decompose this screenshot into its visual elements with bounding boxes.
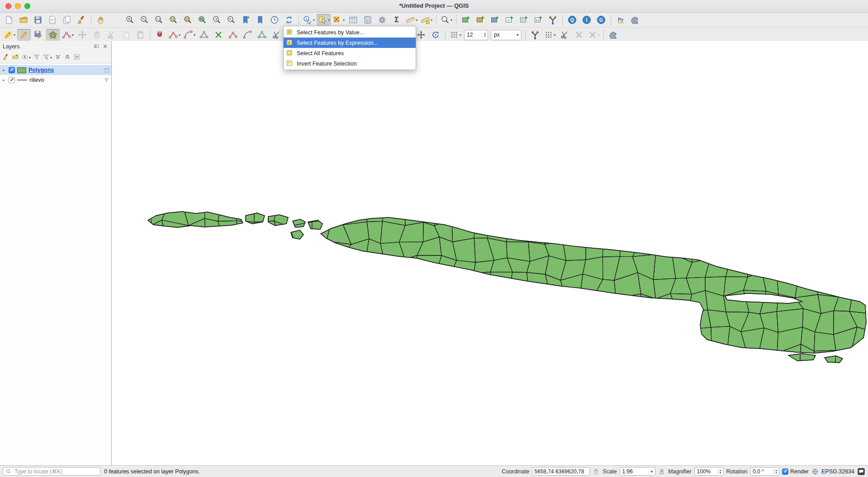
map-canvas[interactable]	[112, 41, 868, 465]
field-calculator-button[interactable]	[361, 14, 375, 26]
select-features-button[interactable]: ▾	[317, 14, 331, 26]
add-group-button[interactable]	[11, 53, 19, 62]
annotation-marker-dropdown-arrow[interactable]: ▾	[460, 33, 461, 37]
current-edits-button[interactable]: ▾	[2, 29, 16, 41]
sum-line-lengths-button[interactable]: ▾	[419, 14, 433, 26]
vertex-tool-button[interactable]: ▾	[61, 29, 75, 41]
statistical-summary-button[interactable]: Σ	[390, 14, 403, 26]
style-manager-button[interactable]	[75, 14, 88, 26]
messages-log-icon[interactable]	[857, 468, 865, 476]
stroke-unit-dropdown-arrow[interactable]: ▾	[514, 33, 521, 37]
extents-mouse-icon[interactable]	[593, 468, 600, 475]
trace-digitizing-button[interactable]	[241, 29, 254, 41]
stream-digitizing-button[interactable]	[528, 29, 542, 41]
layer-item-rilievo[interactable]: ▸rilievo	[0, 75, 111, 85]
show-bookmarks-button[interactable]	[253, 14, 267, 26]
zoom-out-button[interactable]	[138, 14, 151, 26]
scale-dropdown-arrow[interactable]: ▾	[648, 469, 655, 474]
float-panel-button[interactable]	[93, 43, 100, 50]
menu-item-3[interactable]: Invert Feature Selection	[284, 58, 416, 69]
python-console-button[interactable]: Py	[614, 14, 627, 26]
pan-map-button[interactable]	[94, 14, 108, 26]
identify-features-button[interactable]: i▾	[302, 14, 316, 26]
magnifier-spin-arrows[interactable]: ▲▼	[717, 469, 723, 474]
coordinate-input[interactable]	[532, 467, 590, 476]
scale-combo[interactable]: 1:96 ▾	[620, 467, 656, 476]
new-geopackage-layer-button[interactable]	[459, 14, 473, 26]
move-feature-copy-button[interactable]	[414, 29, 428, 41]
temporal-controller-button[interactable]	[268, 14, 281, 26]
vector-toolbox-button[interactable]	[546, 14, 560, 26]
manage-map-themes-dropdown-arrow[interactable]: ▾	[29, 56, 31, 60]
remove-layer-button[interactable]	[73, 53, 81, 62]
zoom-in-button[interactable]	[123, 14, 137, 26]
zoom-last-button[interactable]	[210, 14, 223, 26]
menu-item-1[interactable]: εSelect Features by Expression...	[284, 38, 416, 48]
zoom-to-selection-button[interactable]	[181, 14, 194, 26]
trim-extend-button[interactable]	[558, 29, 571, 41]
new-virtual-layer-button[interactable]: V	[503, 14, 516, 26]
reshape-features-button[interactable]	[255, 29, 269, 41]
map-render[interactable]	[112, 41, 868, 465]
save-project-button[interactable]	[31, 14, 45, 26]
processing-toolbox-button[interactable]	[628, 14, 642, 26]
show-layout-manager-button[interactable]	[60, 14, 74, 26]
refresh-map-button[interactable]	[282, 14, 296, 26]
layer-expander-icon[interactable]: ▸	[3, 68, 6, 72]
measure-line-button[interactable]: ▾	[404, 14, 418, 26]
zoom-native-button[interactable]: 1:1	[152, 14, 166, 26]
self-snapping-button[interactable]	[226, 29, 240, 41]
layer-indicator-icon[interactable]	[104, 77, 109, 83]
rotation-spinner[interactable]: 0,0 ° ▲▼	[750, 467, 779, 476]
geoprocessing-help-button[interactable]: G	[594, 14, 608, 26]
snapping-type-dropdown-arrow[interactable]: ▾	[179, 33, 180, 37]
snapping-tolerance-dropdown-arrow[interactable]: ▾	[194, 33, 195, 37]
topological-editing-button[interactable]	[197, 29, 211, 41]
identify-features-dropdown-arrow[interactable]: ▾	[313, 18, 315, 22]
layer-item-polygons[interactable]: ▸Polygons	[0, 65, 111, 75]
zoom-search-button[interactable]: ▾	[439, 14, 453, 26]
new-shapefile-layer-button[interactable]	[474, 14, 487, 26]
zoom-next-button[interactable]	[224, 14, 238, 26]
stroke-width-spin-arrows[interactable]: ▲▼	[482, 32, 488, 38]
layer-visibility-checkbox[interactable]	[9, 77, 15, 83]
metasearch-button[interactable]: Q	[565, 14, 579, 26]
pan-to-selection-button[interactable]	[109, 14, 122, 26]
close-panel-button[interactable]	[102, 43, 109, 50]
new-bookmark-button[interactable]	[239, 14, 252, 26]
current-edits-dropdown-arrow[interactable]: ▾	[14, 33, 15, 37]
collapse-all-button[interactable]	[63, 53, 71, 62]
lock-scale-icon[interactable]	[658, 468, 665, 475]
locate-input[interactable]	[14, 468, 98, 475]
add-raster-layer-button[interactable]	[517, 14, 531, 26]
split-features-button[interactable]	[270, 29, 283, 41]
plugin-tool-button[interactable]	[607, 29, 620, 41]
add-polygon-feature-button[interactable]	[46, 29, 60, 41]
expand-all-button[interactable]	[54, 53, 62, 62]
snapping-tolerance-button[interactable]: ▾	[182, 29, 196, 41]
menu-item-2[interactable]: Select All Features	[284, 48, 416, 58]
render-checkbox[interactable]: Render	[782, 468, 809, 475]
layer-expander-icon[interactable]: ▸	[3, 78, 6, 82]
toggle-editing-button[interactable]	[17, 29, 31, 41]
filter-legend-by-expression-dropdown-arrow[interactable]: ▾	[50, 56, 52, 60]
zoom-full-button[interactable]	[166, 14, 180, 26]
snap-on-intersection-button[interactable]	[212, 29, 225, 41]
add-delimited-text-layer-button[interactable]: a,b	[531, 14, 545, 26]
stream-tolerance-button[interactable]: ▾	[543, 29, 557, 41]
enable-snapping-button[interactable]	[153, 29, 166, 41]
manage-map-themes-button[interactable]: ▾	[21, 53, 31, 62]
options-button[interactable]	[375, 14, 389, 26]
open-layer-styling-button[interactable]	[2, 53, 10, 62]
sum-line-lengths-dropdown-arrow[interactable]: ▾	[431, 18, 432, 22]
snapping-type-button[interactable]: ▾	[167, 29, 181, 41]
measure-line-dropdown-arrow[interactable]: ▾	[416, 18, 417, 22]
layer-indicator-icon[interactable]	[104, 67, 109, 73]
stream-tolerance-dropdown-arrow[interactable]: ▾	[554, 33, 556, 37]
filter-legend-button[interactable]	[33, 53, 41, 62]
save-layer-edits-button[interactable]	[32, 29, 45, 41]
what-is-this-button[interactable]: i	[580, 14, 593, 26]
new-spatialite-layer-button[interactable]	[488, 14, 502, 26]
menu-item-0[interactable]: Select Features by Value...	[284, 27, 416, 38]
layer-visibility-checkbox[interactable]	[9, 67, 15, 73]
